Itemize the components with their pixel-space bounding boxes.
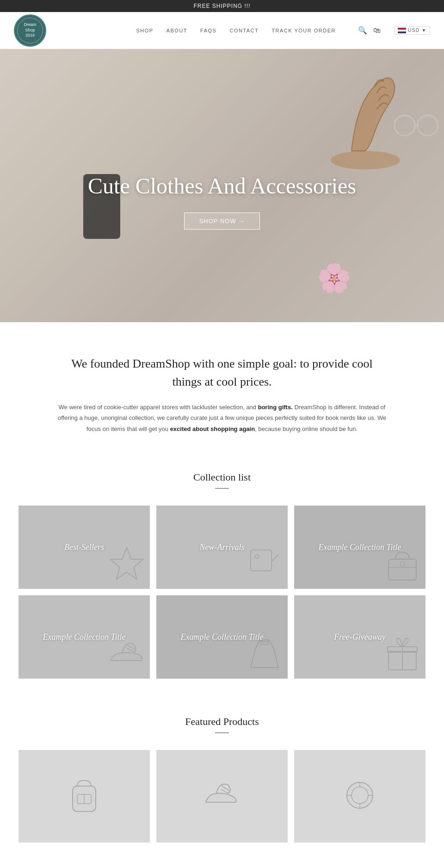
svg-line-22 — [222, 786, 229, 791]
about-text-plain1: We were tired of cookie-cutter apparel s… — [59, 404, 258, 411]
collection-card-example-2[interactable]: Example Collection Title — [18, 595, 150, 679]
nav-icons: 🔍 🛍 — [358, 26, 382, 35]
tag-icon — [246, 545, 283, 584]
about-section: We founded DreamShop with one simple goa… — [0, 322, 444, 457]
featured-divider — [215, 732, 229, 733]
svg-point-12 — [400, 562, 405, 566]
collection-label-new-arrivals: New-Arrivals — [200, 543, 245, 552]
logo-text: DreamShop2016 — [24, 22, 36, 38]
product-card-2[interactable] — [156, 750, 288, 843]
nav-contact[interactable]: CONTACT — [229, 28, 259, 33]
about-body: We were tired of cookie-cutter apparel s… — [56, 402, 388, 434]
svg-line-4 — [393, 119, 395, 121]
collection-section-title: Collection list — [18, 471, 426, 483]
logo[interactable]: DreamShop2016 — [14, 14, 46, 47]
sneaker-icon — [204, 777, 240, 816]
hero-section: 🌸 Cute Clothes And Accessories SHOP NOW … — [0, 49, 444, 322]
cart-icon[interactable]: 🛍 — [373, 26, 382, 35]
backpack-icon — [66, 777, 103, 816]
announcement-bar: FREE SHIPPING !!! — [0, 0, 444, 12]
product-card-3[interactable] — [294, 750, 426, 843]
collection-section: Collection list Best-Sellers New-Arrival… — [0, 457, 444, 702]
gift-icon — [384, 635, 421, 674]
nav-about[interactable]: ABOUT — [166, 28, 187, 33]
star-icon — [108, 545, 145, 584]
main-nav: SHOP ABOUT FAQS CONTACT TRACK YOUR ORDER… — [136, 26, 430, 35]
hero-flowers-decor: 🌸 — [317, 262, 352, 294]
collection-card-new-arrivals[interactable]: New-Arrivals — [156, 506, 288, 589]
accessory-icon — [341, 777, 378, 816]
hero-content: Cute Clothes And Accessories SHOP NOW → — [0, 173, 444, 230]
announcement-text: FREE SHIPPING !!! — [193, 3, 250, 9]
currency-selector[interactable]: USD ▼ — [395, 26, 430, 35]
search-icon[interactable]: 🔍 — [358, 26, 368, 35]
shop-now-button[interactable]: SHOP NOW → — [184, 212, 260, 230]
svg-point-0 — [331, 151, 400, 169]
flag-icon — [398, 28, 406, 33]
about-text-bold1: boring gifts. — [258, 404, 293, 411]
featured-section: Featured Products — [0, 702, 444, 866]
collection-label-best-sellers: Best-Sellers — [64, 543, 104, 552]
svg-point-2 — [418, 115, 438, 136]
svg-line-14 — [127, 648, 134, 652]
hero-glasses-decor — [393, 109, 439, 142]
about-text-plain3: , because buying online should be fun. — [255, 425, 358, 432]
svg-point-1 — [395, 115, 415, 136]
header: DreamShop2016 SHOP ABOUT FAQS CONTACT TR… — [0, 12, 444, 49]
collection-card-best-sellers[interactable]: Best-Sellers — [18, 506, 150, 589]
svg-line-5 — [438, 119, 439, 121]
svg-line-13 — [128, 645, 135, 649]
collection-grid: Best-Sellers New-Arrivals Example Collec… — [18, 506, 426, 679]
featured-section-title: Featured Products — [18, 716, 426, 728]
nav-faqs[interactable]: FAQS — [200, 28, 216, 33]
collection-card-example-1[interactable]: Example Collection Title — [294, 506, 426, 589]
svg-point-8 — [255, 555, 259, 558]
nav-shop[interactable]: SHOP — [136, 28, 153, 33]
section-divider — [215, 488, 229, 489]
collection-label-example-3: Example Collection Title — [181, 632, 264, 642]
product-card-1[interactable] — [18, 750, 150, 843]
collection-card-free-giveaway[interactable]: Free-Giveaway — [294, 595, 426, 679]
chevron-down-icon: ▼ — [422, 28, 427, 33]
svg-line-23 — [221, 789, 228, 793]
nav-track-order[interactable]: TRACK YOUR ORDER — [271, 28, 336, 33]
collection-card-example-3[interactable]: Example Collection Title — [156, 595, 288, 679]
about-text-bold2: excited about shopping again — [170, 425, 255, 432]
collection-label-example-2: Example Collection Title — [43, 632, 126, 642]
collection-label-free-giveaway: Free-Giveaway — [334, 632, 385, 642]
currency-label: USD — [408, 28, 420, 33]
collection-label-example-1: Example Collection Title — [319, 543, 401, 552]
svg-line-9 — [271, 555, 278, 562]
about-heading: We founded DreamShop with one simple goa… — [56, 355, 388, 391]
hero-title: Cute Clothes And Accessories — [0, 173, 444, 199]
svg-marker-6 — [111, 548, 143, 579]
svg-rect-7 — [251, 550, 271, 571]
featured-grid — [18, 750, 426, 843]
svg-rect-10 — [388, 559, 416, 580]
